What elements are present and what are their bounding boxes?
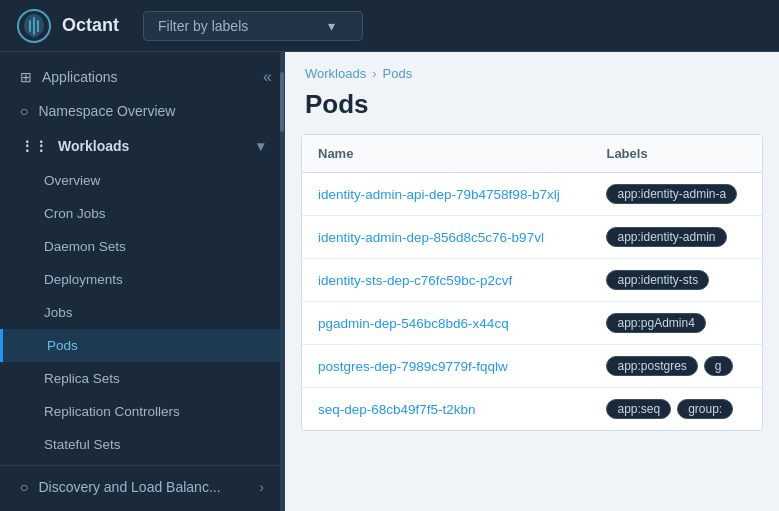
- sidebar-item-replica-sets[interactable]: Replica Sets: [0, 362, 284, 395]
- chevron-down-icon: ▾: [257, 138, 264, 154]
- sidebar-item-workloads[interactable]: ⋮⋮ Workloads ▾: [0, 128, 284, 164]
- main-layout: « ⊞ Applications ○ Namespace Overview ⋮⋮…: [0, 52, 779, 511]
- breadcrumb-separator: ›: [372, 66, 376, 81]
- topbar: Octant Filter by labels ▾: [0, 0, 779, 52]
- pod-name-cell: pgadmin-dep-546bc8bd6-x44cq: [302, 302, 590, 345]
- pod-labels-cell: app:seqgroup:: [590, 388, 762, 431]
- workloads-icon: ⋮⋮: [20, 138, 48, 154]
- sidebar-item-cron-jobs[interactable]: Cron Jobs: [0, 197, 284, 230]
- sidebar-item-label: Stateful Sets: [44, 437, 121, 452]
- pod-name-cell: seq-dep-68cb49f7f5-t2kbn: [302, 388, 590, 431]
- table-row: identity-admin-dep-856d8c5c76-b97vlapp:i…: [302, 216, 762, 259]
- table-header-row: Name Labels: [302, 135, 762, 173]
- labels-container: app:postgresg: [606, 356, 746, 376]
- sidebar-section-main: ⊞ Applications ○ Namespace Overview ⋮⋮ W…: [0, 52, 284, 511]
- sidebar-item-label: Discovery and Load Balanc...: [38, 479, 220, 495]
- col-header-labels: Labels: [590, 135, 762, 173]
- sidebar-item-discovery-load-balance[interactable]: ○ Discovery and Load Balanc... ›: [0, 470, 284, 504]
- pod-name-link[interactable]: identity-sts-dep-c76fc59bc-p2cvf: [318, 273, 512, 288]
- pod-name-link[interactable]: postgres-dep-7989c9779f-fqqlw: [318, 359, 508, 374]
- sidebar-scrollbar-thumb: [280, 72, 284, 132]
- pods-table: Name Labels identity-admin-api-dep-79b47…: [302, 135, 762, 430]
- pod-name-cell: identity-sts-dep-c76fc59bc-p2cvf: [302, 259, 590, 302]
- label-badge: app:postgres: [606, 356, 697, 376]
- pod-name-link[interactable]: identity-admin-api-dep-79b4758f98-b7xlj: [318, 187, 560, 202]
- sidebar-item-applications[interactable]: ⊞ Applications: [0, 60, 284, 94]
- sidebar-item-label: Overview: [44, 173, 100, 188]
- namespace-icon: ○: [20, 103, 28, 119]
- chevron-down-icon: ▾: [328, 18, 335, 34]
- logo: Octant: [16, 8, 119, 44]
- sidebar-item-jobs[interactable]: Jobs: [0, 296, 284, 329]
- label-badge: group:: [677, 399, 733, 419]
- sidebar-item-replication-controllers[interactable]: Replication Controllers: [0, 395, 284, 428]
- label-badge: g: [704, 356, 733, 376]
- sidebar-item-label: Namespace Overview: [38, 103, 175, 119]
- pod-name-cell: identity-admin-dep-856d8c5c76-b97vl: [302, 216, 590, 259]
- labels-container: app:identity-admin-a: [606, 184, 746, 204]
- table-row: pgadmin-dep-546bc8bd6-x44cqapp:pgAdmin4: [302, 302, 762, 345]
- pod-labels-cell: app:postgresg: [590, 345, 762, 388]
- discovery-icon: ○: [20, 479, 28, 495]
- breadcrumb-pods: Pods: [383, 66, 413, 81]
- page-title: Pods: [285, 85, 779, 134]
- sidebar-collapse-button[interactable]: «: [259, 64, 276, 90]
- sidebar-item-label: Replication Controllers: [44, 404, 180, 419]
- sidebar-scrollbar: [280, 52, 284, 511]
- breadcrumb-workloads[interactable]: Workloads: [305, 66, 366, 81]
- chevron-right-icon: ›: [259, 479, 264, 495]
- labels-container: app:seqgroup:: [606, 399, 746, 419]
- filter-dropdown[interactable]: Filter by labels ▾: [143, 11, 363, 41]
- pod-labels-cell: app:identity-admin-a: [590, 173, 762, 216]
- content-area: Workloads › Pods Pods Name Labels identi…: [285, 52, 779, 511]
- sidebar-item-label: Cron Jobs: [44, 206, 106, 221]
- sidebar-item-stateful-sets[interactable]: Stateful Sets: [0, 428, 284, 461]
- labels-container: app:identity-sts: [606, 270, 746, 290]
- label-badge: app:identity-admin-a: [606, 184, 737, 204]
- octant-logo-icon: [16, 8, 52, 44]
- pod-name-cell: postgres-dep-7989c9779f-fqqlw: [302, 345, 590, 388]
- sidebar-item-label: Pods: [47, 338, 78, 353]
- sidebar-item-pods[interactable]: Pods: [0, 329, 284, 362]
- pod-labels-cell: app:identity-sts: [590, 259, 762, 302]
- table-row: seq-dep-68cb49f7f5-t2kbnapp:seqgroup:: [302, 388, 762, 431]
- sidebar-item-deployments[interactable]: Deployments: [0, 263, 284, 296]
- pod-name-link[interactable]: seq-dep-68cb49f7f5-t2kbn: [318, 402, 476, 417]
- sidebar-item-label: Replica Sets: [44, 371, 120, 386]
- sidebar-item-label: Workloads: [58, 138, 129, 154]
- pod-name-link[interactable]: identity-admin-dep-856d8c5c76-b97vl: [318, 230, 544, 245]
- table-row: identity-admin-api-dep-79b4758f98-b7xlja…: [302, 173, 762, 216]
- sidebar-divider: [0, 465, 284, 466]
- sidebar-item-label: Deployments: [44, 272, 123, 287]
- sidebar-item-label: Jobs: [44, 305, 73, 320]
- label-badge: app:identity-admin: [606, 227, 726, 247]
- breadcrumb: Workloads › Pods: [285, 52, 779, 85]
- sidebar-item-daemon-sets[interactable]: Daemon Sets: [0, 230, 284, 263]
- pods-table-container: Name Labels identity-admin-api-dep-79b47…: [301, 134, 763, 431]
- sidebar-item-overview[interactable]: Overview: [0, 164, 284, 197]
- sidebar-item-label: Applications: [42, 69, 118, 85]
- labels-container: app:pgAdmin4: [606, 313, 746, 333]
- sidebar-item-namespace-overview[interactable]: ○ Namespace Overview: [0, 94, 284, 128]
- app-title: Octant: [62, 15, 119, 36]
- sidebar: « ⊞ Applications ○ Namespace Overview ⋮⋮…: [0, 52, 285, 511]
- pod-labels-cell: app:pgAdmin4: [590, 302, 762, 345]
- table-row: identity-sts-dep-c76fc59bc-p2cvfapp:iden…: [302, 259, 762, 302]
- filter-label: Filter by labels: [158, 18, 248, 34]
- sidebar-item-label: Daemon Sets: [44, 239, 126, 254]
- pod-labels-cell: app:identity-admin: [590, 216, 762, 259]
- labels-container: app:identity-admin: [606, 227, 746, 247]
- label-badge: app:identity-sts: [606, 270, 709, 290]
- label-badge: app:pgAdmin4: [606, 313, 705, 333]
- col-header-name: Name: [302, 135, 590, 173]
- table-row: postgres-dep-7989c9779f-fqqlwapp:postgre…: [302, 345, 762, 388]
- label-badge: app:seq: [606, 399, 671, 419]
- grid-icon: ⊞: [20, 69, 32, 85]
- pod-name-cell: identity-admin-api-dep-79b4758f98-b7xlj: [302, 173, 590, 216]
- pod-name-link[interactable]: pgadmin-dep-546bc8bd6-x44cq: [318, 316, 509, 331]
